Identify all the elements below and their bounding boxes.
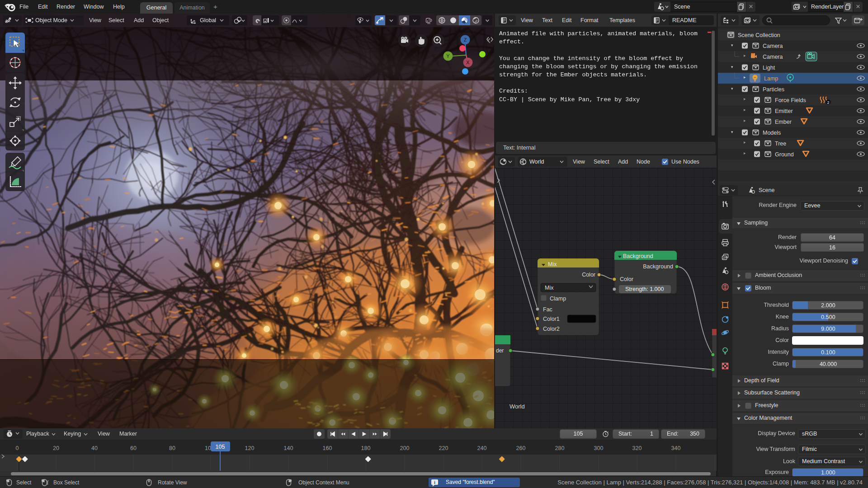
svg-text:20: 20 [53,445,59,451]
svg-text:Background: Background [623,253,653,259]
svg-text:10: 10 [205,445,211,451]
svg-text:180: 180 [361,445,371,451]
svg-text:Color1: Color1 [543,316,560,322]
svg-text:0: 0 [16,445,19,451]
svg-text:200: 200 [400,445,410,451]
svg-text:280: 280 [555,445,565,451]
svg-text:140: 140 [284,445,293,451]
svg-text:Fac: Fac [543,306,552,313]
svg-text:60: 60 [130,445,137,451]
svg-text:Light: Light [763,65,775,71]
svg-text:X: X [466,60,470,65]
svg-text:240: 240 [477,445,487,451]
svg-text:Mix: Mix [548,261,557,267]
svg-text:Color: Color [582,272,595,278]
svg-text:Lamp: Lamp [764,75,778,82]
svg-text:Models: Models [763,130,781,136]
svg-text:160: 160 [323,445,332,451]
svg-text:Strength: 1.000: Strength: 1.000 [625,286,664,292]
svg-text:Y: Y [446,53,450,59]
svg-text:Emitter: Emitter [775,108,793,114]
svg-text:40: 40 [91,445,98,451]
svg-text:120: 120 [245,445,255,451]
svg-text:Z: Z [464,37,467,42]
svg-text:Mix: Mix [545,285,554,291]
svg-text:Color: Color [620,276,633,282]
svg-text:260: 260 [516,445,526,451]
svg-text:Ember: Ember [775,119,792,125]
svg-text:220: 220 [439,445,448,451]
svg-text:Color2: Color2 [543,326,560,332]
svg-text:Particles: Particles [763,86,784,93]
svg-text:Camera: Camera [763,43,783,49]
svg-text:der: der [496,347,504,354]
svg-text:Ground: Ground [775,151,794,158]
svg-text:Camera: Camera [763,54,783,60]
svg-text:340: 340 [671,445,681,451]
svg-text:105: 105 [216,444,225,450]
svg-text:Background: Background [643,263,673,270]
svg-text:320: 320 [632,445,642,451]
svg-text:i: i [434,480,435,485]
svg-text:Scene Collection: Scene Collection [738,32,780,38]
svg-text:2: 2 [827,100,829,105]
svg-text:Tree: Tree [775,141,786,147]
svg-text:Clamp: Clamp [550,296,566,302]
svg-text:300: 300 [594,445,604,451]
svg-text:80: 80 [169,445,175,451]
svg-text:Force Fields: Force Fields [775,97,806,103]
